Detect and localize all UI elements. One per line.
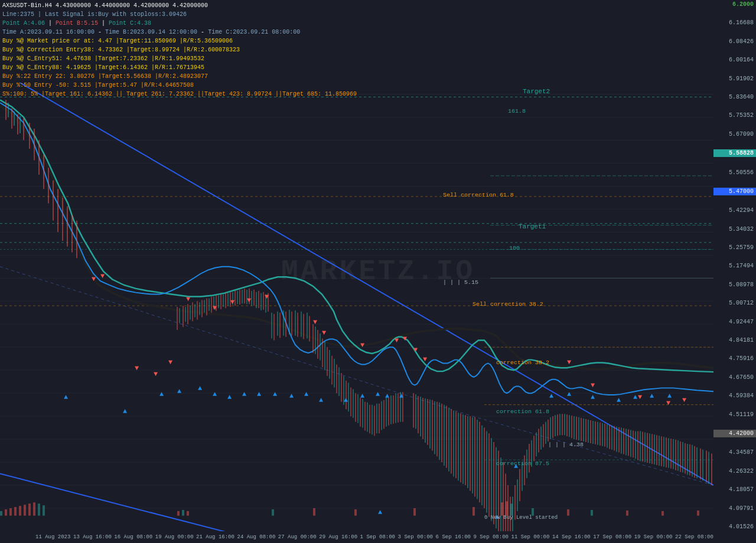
correction-382-label: correction 38.2 (496, 360, 549, 367)
svg-text:▲: ▲ (633, 393, 637, 401)
svg-text:▲: ▲ (198, 384, 202, 392)
buy-correction38: Buy %@ Correction Entry38: 4.73362 |Targ… (2, 47, 240, 53)
info-bar: AXSUSDT-Bin.H4 4.43000000 4.44000000 4.4… (0, 0, 756, 100)
time-label-6: 27 Aug 00:00 (278, 534, 317, 540)
svg-text:▲: ▲ (319, 396, 323, 404)
svg-rect-346 (626, 511, 628, 516)
chart-container: MARKETZ.IO AXSUSDT-Bin.H4 4.43000000 4.4… (0, 0, 756, 543)
svg-rect-323 (5, 509, 7, 516)
time-c: Time C:2023.09.21 08:00:00 (208, 29, 300, 35)
price-43458: 4.34587 (713, 449, 756, 456)
price-40152: 4.01526 (713, 524, 756, 530)
price-47591: 4.75916 (713, 355, 756, 362)
svg-rect-339 (472, 507, 475, 516)
svg-rect-342 (510, 503, 513, 515)
symbol-ohlc: AXSUSDT-Bin.H4 (2, 2, 52, 9)
svg-rect-328 (28, 503, 31, 515)
svg-text:▼: ▼ (92, 275, 96, 283)
svg-text:▼: ▼ (322, 329, 326, 337)
svg-text:▲: ▲ (304, 390, 308, 398)
svg-text:▼: ▼ (423, 355, 427, 364)
svg-text:▼: ▼ (567, 359, 571, 367)
price-45111: 4.51119 (713, 411, 756, 418)
time-a: Time A:2023.09.11 16:00:00 (2, 29, 94, 35)
svg-rect-329 (33, 502, 35, 515)
svg-text:▼: ▼ (413, 346, 418, 354)
time-label-8: 1 Sep 08:00 (360, 534, 395, 540)
time-b: Time B:2023.09.14 12:00:00 (105, 29, 197, 35)
price-46765: 4.67650 (713, 374, 756, 381)
svg-text:▼: ▼ (265, 293, 269, 301)
svg-text:▲: ▲ (123, 407, 127, 416)
target1-label: Target1 (519, 223, 546, 230)
svg-text:▼: ▼ (395, 337, 399, 345)
sell-correction-382-label: Sell correction 38.2 (472, 301, 543, 308)
time-label-9: 3 Sep 00:00 (398, 534, 433, 540)
point-b: Point B:5.15 (56, 20, 98, 27)
svg-rect-324 (9, 508, 12, 516)
price-515-label: | | | 5.15 (443, 279, 478, 286)
svg-text:▼: ▼ (682, 396, 686, 404)
svg-text:▼: ▼ (186, 295, 190, 303)
svg-rect-336 (313, 508, 315, 516)
svg-text:▲: ▲ (567, 390, 571, 398)
ohlc-values: 4.43000000 4.44000000 4.42000000 4.42000… (56, 2, 208, 9)
bottom-label: 0 New Buy Level started (484, 515, 558, 521)
svg-rect-347 (662, 511, 664, 516)
svg-text:▲: ▲ (360, 392, 364, 400)
svg-text:▲: ▲ (667, 392, 672, 400)
svg-text:▲: ▲ (242, 390, 246, 398)
svg-text:▼: ▼ (168, 359, 172, 367)
svg-text:▲: ▲ (257, 390, 261, 398)
target-100: S%:100: 5% |Target 161: 6.14362 || Targe… (2, 91, 357, 97)
svg-rect-325 (14, 507, 17, 516)
price-55882: 5.58828 (713, 149, 756, 157)
price-5470: 5.47000 (713, 188, 756, 195)
svg-rect-333 (182, 510, 184, 516)
time-axis: 11 Aug 2023 13 Aug 16:00 16 Aug 08:00 19… (35, 531, 713, 543)
time-label-13: 14 Sep 16:00 (552, 534, 591, 540)
svg-rect-348 (697, 511, 699, 516)
price-57535: 5.75352 (713, 112, 756, 119)
svg-text:▲: ▲ (385, 392, 389, 400)
point-a: Point A:4.06 (2, 20, 45, 27)
correction-618-label: correction 61.8 (496, 408, 549, 415)
svg-text:▼: ▼ (135, 364, 139, 372)
svg-rect-322 (0, 511, 2, 516)
svg-rect-331 (43, 505, 45, 516)
svg-text:▼: ▼ (154, 370, 158, 378)
time-label-4: 21 Aug 16:00 (196, 534, 234, 540)
time-label-12: 11 Sep 00:00 (511, 534, 550, 540)
price-48418: 4.84181 (713, 337, 756, 344)
svg-text:▲: ▲ (591, 393, 595, 401)
svg-text:▲: ▲ (376, 390, 380, 398)
price-49244: 4.92447 (713, 319, 756, 325)
correction-875-label: correction 87.5 (496, 460, 549, 467)
time-label-10: 6 Sep 16:00 (436, 534, 471, 540)
svg-rect-334 (187, 511, 189, 516)
price-40979: 4.09791 (713, 505, 756, 512)
price-50071: 5.00712 (713, 300, 756, 306)
chart-svg: ▼ ▼ ▼ ▼ ▼ ▼ ▼ ▼ ▼ ▼ ▼ ▼ ▼ ▼ ▼ ▼ ▼ ▼ ▼ ▼ … (0, 83, 713, 531)
svg-text:▲: ▲ (64, 393, 68, 401)
svg-rect-337 (354, 509, 357, 516)
svg-text:▼: ▼ (638, 393, 642, 401)
price-50897: 5.08978 (713, 282, 756, 288)
svg-text:▲: ▲ (227, 393, 232, 401)
fib-100-label: 100 (509, 245, 520, 251)
buy-c-entry88: Buy %@ C_Entry88: 4.19625 |Target:6.1436… (2, 64, 204, 71)
sell-correction-618-label: Sell correction 61.8 (443, 192, 514, 198)
price-438-label: | | | 4.38 (548, 441, 584, 448)
svg-text:▼: ▼ (360, 341, 364, 349)
time-label-16: 22 Sep 08:00 (675, 534, 713, 540)
price-42632: 4.26322 (713, 468, 756, 475)
svg-rect-344 (567, 509, 569, 516)
price-52575: 5.25759 (713, 244, 756, 251)
svg-text:▼: ▼ (247, 296, 251, 305)
time-label-3: 19 Aug 00:00 (155, 534, 194, 540)
time-label-1: 13 Aug 16:00 (73, 534, 112, 540)
price-54229: 5.42294 (713, 207, 756, 214)
svg-text:▲: ▲ (617, 396, 621, 404)
svg-rect-345 (591, 510, 593, 516)
point-c: Point C:4.38 (109, 20, 151, 27)
